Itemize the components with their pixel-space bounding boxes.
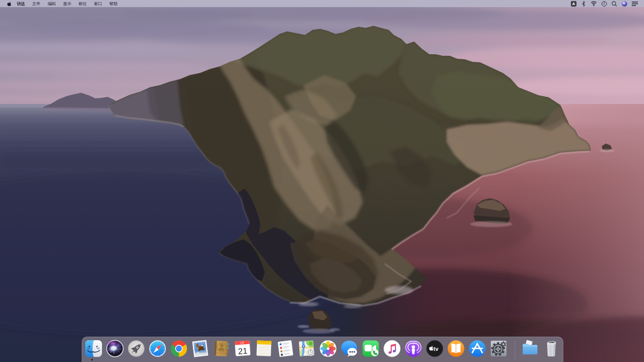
svg-text:21: 21: [238, 346, 248, 355]
svg-text:tv: tv: [433, 346, 439, 352]
